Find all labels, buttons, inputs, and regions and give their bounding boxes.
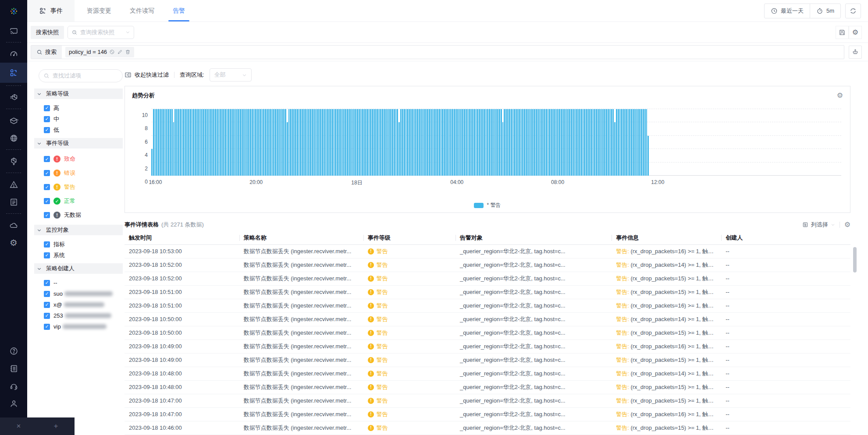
bar[interactable] (317, 109, 318, 176)
bar[interactable] (243, 109, 245, 176)
bar[interactable] (606, 109, 607, 176)
bar[interactable] (501, 109, 502, 176)
bar[interactable] (372, 109, 373, 176)
bar[interactable] (362, 109, 363, 176)
bar[interactable] (292, 109, 293, 176)
bar[interactable] (537, 109, 539, 176)
filter-item[interactable]: ✓!错误 (39, 166, 123, 180)
filter-item[interactable]: ✓!警告 (39, 180, 123, 194)
bar[interactable] (526, 109, 527, 176)
bar[interactable] (218, 109, 220, 176)
bar[interactable] (576, 109, 577, 176)
bar[interactable] (173, 122, 174, 176)
bar[interactable] (469, 109, 470, 176)
table-row[interactable]: 2023-09-18 10:53:00数据节点数据丢失 (ingester.re… (125, 244, 850, 258)
chart-legend[interactable]: * 警告 (125, 202, 850, 209)
bar[interactable] (574, 109, 576, 176)
refresh-interval-button[interactable]: 5m (810, 4, 840, 18)
bar[interactable] (163, 109, 164, 176)
bar[interactable] (444, 109, 445, 176)
bar[interactable] (268, 109, 270, 176)
bar[interactable] (435, 109, 437, 176)
bar[interactable] (233, 109, 235, 176)
bar[interactable] (598, 109, 599, 176)
bar[interactable] (646, 109, 647, 176)
bar[interactable] (639, 109, 640, 176)
bar[interactable] (462, 109, 463, 176)
bar[interactable] (203, 109, 204, 176)
table-row[interactable]: 2023-09-18 10:52:00数据节点数据丢失 (ingester.re… (125, 272, 850, 285)
chart-settings-gear-icon[interactable]: ⚙ (837, 92, 843, 99)
report-list-icon[interactable] (0, 193, 27, 211)
bar[interactable] (388, 109, 390, 176)
bar[interactable] (343, 109, 345, 176)
bar[interactable] (487, 109, 488, 176)
bar[interactable] (350, 109, 352, 176)
bar[interactable] (151, 149, 153, 176)
bar[interactable] (297, 109, 298, 176)
checkbox-checked[interactable]: ✓ (44, 184, 50, 190)
bar[interactable] (497, 109, 498, 176)
bar[interactable] (238, 109, 239, 176)
bar[interactable] (509, 109, 510, 176)
bar[interactable] (387, 109, 388, 176)
user-profile-icon[interactable] (0, 395, 27, 412)
bar[interactable] (643, 109, 644, 176)
bar[interactable] (516, 109, 517, 176)
bar[interactable] (441, 109, 442, 176)
bar[interactable] (637, 109, 639, 176)
bar[interactable] (231, 109, 233, 176)
filter-item[interactable]: ✓系统 (39, 250, 123, 261)
cell-policy-name[interactable]: 数据节点数据丢失 (ingester.recviver.metr... (239, 299, 363, 312)
bar[interactable] (210, 109, 211, 176)
bar[interactable] (340, 109, 342, 176)
bar[interactable] (546, 109, 547, 176)
bar[interactable] (308, 109, 309, 176)
bar[interactable] (554, 109, 555, 176)
bar[interactable] (166, 109, 167, 176)
bar[interactable] (318, 109, 320, 176)
infrastructure-icon[interactable] (0, 88, 27, 106)
bar[interactable] (315, 109, 317, 176)
bar[interactable] (587, 109, 589, 176)
brand-logo[interactable] (0, 0, 27, 22)
save-snapshot-button[interactable] (836, 26, 849, 39)
bar[interactable] (375, 109, 377, 176)
cell-policy-name[interactable]: 数据节点数据丢失 (ingester.recviver.metr... (239, 407, 363, 421)
query-region-select[interactable]: 全部 (210, 68, 252, 81)
clear-search-button[interactable] (849, 46, 862, 59)
bar[interactable] (217, 109, 218, 176)
network-globe-icon[interactable] (0, 129, 27, 147)
bar[interactable] (573, 109, 574, 176)
bar[interactable] (619, 109, 621, 176)
bar[interactable] (192, 109, 193, 176)
bar[interactable] (584, 109, 585, 176)
bar[interactable] (519, 109, 520, 176)
bar[interactable] (293, 109, 295, 176)
bar[interactable] (479, 109, 480, 176)
bar[interactable] (178, 109, 179, 176)
bar[interactable] (583, 109, 584, 176)
bar[interactable] (290, 109, 291, 176)
bar[interactable] (522, 109, 523, 176)
cell-policy-name[interactable]: 数据节点数据丢失 (ingester.recviver.metr... (239, 244, 363, 258)
bar[interactable] (248, 109, 249, 176)
bar[interactable] (591, 109, 592, 176)
bar[interactable] (414, 109, 415, 176)
bar[interactable] (327, 109, 328, 176)
bar[interactable] (437, 109, 438, 176)
bar[interactable] (482, 109, 484, 176)
bar[interactable] (370, 109, 371, 176)
bar[interactable] (307, 109, 308, 176)
bar[interactable] (429, 109, 430, 176)
bar[interactable] (325, 109, 327, 176)
filter-item[interactable]: ✓vip (39, 321, 123, 332)
bar[interactable] (604, 109, 605, 176)
cell-policy-name[interactable]: 数据节点数据丢失 (ingester.recviver.metr... (239, 421, 363, 435)
table-row[interactable]: 2023-09-18 10:46:00数据节点数据丢失 (ingester.re… (125, 421, 850, 435)
tab-alerts[interactable]: 告警 (173, 0, 185, 21)
column-select-button[interactable]: 列选择 (802, 221, 835, 229)
column-header[interactable]: 事件信息 (612, 231, 721, 244)
bar[interactable] (557, 109, 559, 176)
bar[interactable] (425, 109, 427, 176)
